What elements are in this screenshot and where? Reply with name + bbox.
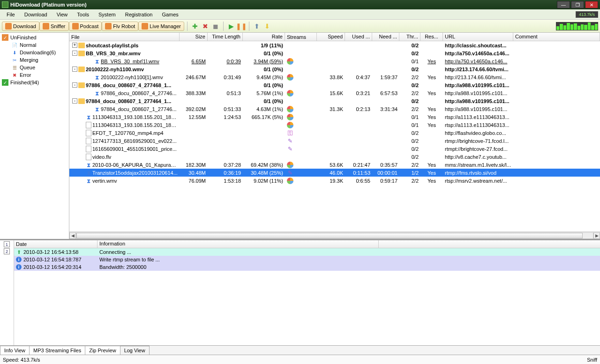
expander-icon[interactable]: +	[72, 43, 77, 48]
log-row[interactable]: i2010-03-12 16:54:20:314Bandwidth: 25000…	[14, 263, 600, 271]
menu-system[interactable]: System	[94, 11, 120, 18]
menu-games[interactable]: Games	[157, 11, 183, 18]
tree-unfinished[interactable]: ✓ UnFinished	[1, 34, 68, 41]
download-row[interactable]: ⧗vertin.wmv76.09M1:53:189.02M (11%)19.3K…	[69, 177, 600, 185]
download-row[interactable]: ⧗1113046313_193.108.155.201_18_...12.55M…	[69, 113, 600, 121]
toolbar-sniffer[interactable]: Sniffer	[39, 22, 69, 31]
download-row[interactable]: +shoutcast-playlist.pls1/9 (11%)0/2http:…	[69, 41, 600, 49]
toolbar-flv-robot[interactable]: Flv Robot	[102, 22, 138, 31]
play-icon[interactable]: ▶	[226, 22, 236, 31]
download-row[interactable]: ⧗2010-03-06_KAPURA_01_Kapura_...182.30M0…	[69, 161, 600, 169]
sidebar-item-merging[interactable]: ✂Merging	[1, 56, 68, 64]
log-btn-2[interactable]: 2	[4, 248, 10, 254]
log-header[interactable]: Date Information	[14, 240, 600, 248]
bottom-tabs: Info ViewMP3 Streaming FilesZip PreviewL…	[0, 345, 600, 355]
minimize-button[interactable]: —	[557, 1, 570, 8]
separator	[187, 22, 188, 31]
stop-icon[interactable]: ◼	[211, 22, 220, 31]
toolbar-download[interactable]: Download	[2, 22, 39, 31]
toolbar-live-manager[interactable]: Live Manager	[138, 22, 184, 31]
scroll-left-icon[interactable]: ◀	[69, 232, 76, 239]
file-name: BB_VRS_30_mbr[1].wmv	[101, 59, 178, 64]
tab-zip-preview[interactable]: Zip Preview	[85, 346, 120, 355]
movedown-icon[interactable]: ⬇	[262, 22, 272, 31]
horizontal-scrollbar[interactable]: ◀ ▶	[69, 231, 600, 239]
media-icon	[287, 114, 293, 120]
statusbar: Speed: 413.7k/s Sniff	[0, 355, 600, 364]
file-name: 20100222-nyh1100.wmv	[86, 67, 178, 72]
download-row[interactable]: ⧗97886_docu_008607_4_27746...388.33M0:51…	[69, 89, 600, 97]
file-name: 97886_docu_008607_4_277468_1...	[86, 82, 178, 88]
separator	[223, 22, 224, 31]
expander-icon[interactable]: -	[72, 67, 77, 72]
tab-info-view[interactable]: Info View	[0, 346, 30, 355]
download-row[interactable]: ⧗BB_VRS_30_mbr[1].wmv6.65M0:0:393.94M (5…	[69, 57, 600, 65]
col-speed: Speed	[317, 33, 345, 41]
media-icon	[287, 122, 293, 128]
toolbar-icon	[105, 23, 112, 30]
info-icon: i	[16, 257, 22, 262]
tab-mp3-streaming-files[interactable]: MP3 Streaming Files	[29, 346, 85, 355]
sidebar-item-downloading[interactable]: ⬇Downloading(6)	[1, 49, 68, 56]
download-row[interactable]: video.flv0/2http://v8.cache7.c.youtub...	[69, 153, 600, 161]
menu-view[interactable]: View	[52, 11, 73, 18]
add-icon[interactable]: ✚	[190, 22, 200, 31]
download-row[interactable]: -20100222-nyh1100.wmv0/1 (0%)0/2http://2…	[69, 65, 600, 73]
file-icon	[86, 146, 91, 152]
sidebar-item-error[interactable]: ✖Error	[1, 71, 68, 79]
toolbar-icon	[72, 23, 79, 30]
menu-tools[interactable]: Tools	[72, 11, 94, 18]
tab-log-view[interactable]: Log View	[120, 346, 150, 355]
moveup-icon[interactable]: ⬆	[252, 22, 262, 31]
download-row[interactable]: ⧗20100222-nyh1100[1].wmv246.67M0:31:499.…	[69, 73, 600, 81]
file-name: Tranzistor15oddajax201003120614...	[92, 170, 178, 176]
download-row[interactable]: ⧗97884_docu_008607_1_27746...392.02M0:51…	[69, 105, 600, 113]
pen-icon: ✎	[287, 146, 293, 152]
down-icon: ⬇	[11, 49, 18, 56]
col-resume: Res...	[420, 33, 443, 41]
menubar: FileDownloadViewToolsSystemRegistrationG…	[0, 9, 600, 20]
menu-file[interactable]: File	[2, 11, 20, 18]
log-btn-1[interactable]: 1	[4, 241, 10, 247]
pause-icon[interactable]: ❚❚	[237, 22, 246, 31]
file-name: 97884_docu_008607_1_277464_1...	[86, 98, 178, 104]
toolbar-icon	[142, 23, 148, 30]
download-row[interactable]: -BB_VRS_30_mbr.wmv0/1 (0%)0/2http://a750…	[69, 49, 600, 57]
file-icon	[86, 138, 91, 144]
download-row[interactable]: 1274177313_68169529001_ev022...✎0/2rtmp:…	[69, 137, 600, 145]
tree-finished[interactable]: ✓ Finished(94)	[1, 79, 68, 86]
download-row[interactable]: 16165609001_45510519001_price...✎0/2rtmp…	[69, 145, 600, 153]
hourglass-icon: ⧗	[86, 178, 91, 184]
sidebar-item-queue[interactable]: ☰Queue	[1, 64, 68, 71]
download-row[interactable]: 1113046313_193.108.155.201_18_...0/1Yesr…	[69, 121, 600, 129]
download-row[interactable]: EFDT_T_1207760_mmp4.mp4⚿0/2http://flashv…	[69, 129, 600, 137]
close-button[interactable]: ✕	[585, 1, 598, 8]
media-icon	[287, 90, 293, 97]
col-need: Need ...	[372, 33, 399, 41]
scroll-right-icon[interactable]: ▶	[593, 232, 600, 239]
app-title: HiDownload (Platinum version)	[10, 2, 556, 7]
grid-header[interactable]: File Size Time Length Rate Streams Speed…	[69, 33, 600, 41]
sidebar-item-normal[interactable]: 📄Normal	[1, 41, 68, 49]
menu-download[interactable]: Download	[20, 11, 52, 18]
folder-icon	[78, 51, 85, 56]
download-row[interactable]: ⧗Tranzistor15oddajax201003120614...30.48…	[69, 169, 600, 177]
expander-icon[interactable]: -	[72, 82, 77, 88]
toolbar-podcast[interactable]: Podcast	[69, 22, 102, 31]
file-name: 97886_docu_008607_4_27746...	[101, 90, 178, 96]
download-row[interactable]: -97886_docu_008607_4_277468_1...0/1 (0%)…	[69, 81, 600, 89]
logcol-date: Date	[14, 240, 98, 248]
key-icon: ⚿	[287, 130, 293, 136]
log-row[interactable]: i2010-03-12 16:54:18:787Write rtmp strea…	[14, 256, 600, 263]
menu-registration[interactable]: Registration	[120, 11, 158, 18]
delete-icon[interactable]: ✖	[201, 22, 210, 31]
expander-icon[interactable]: -	[72, 51, 77, 56]
pen-icon: ✎	[287, 170, 293, 176]
log-row[interactable]: ⬆2010-03-12 16:54:13:58Connecting ...	[14, 248, 600, 256]
col-file: File	[69, 33, 180, 41]
file-name: 16165609001_45510519001_price...	[92, 146, 178, 152]
maximize-button[interactable]: ❐	[571, 1, 584, 8]
file-name: 2010-03-06_KAPURA_01_Kapura_...	[92, 162, 178, 168]
expander-icon[interactable]: -	[72, 98, 77, 104]
download-row[interactable]: -97884_docu_008607_1_277464_1...0/1 (0%)…	[69, 97, 600, 105]
